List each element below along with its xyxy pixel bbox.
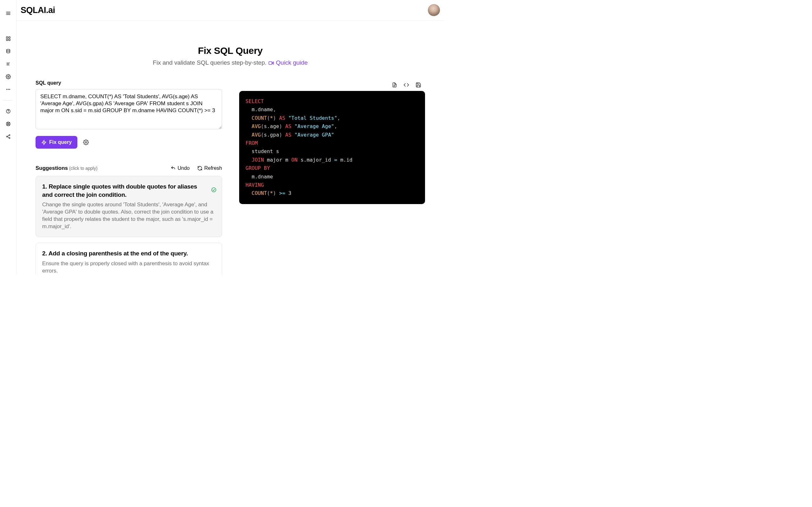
user-avatar[interactable] [428, 4, 440, 16]
svg-point-11 [8, 76, 9, 77]
database-icon[interactable] [3, 46, 14, 57]
svg-point-7 [6, 49, 10, 50]
suggestion-body: Ensure the query is properly closed with… [42, 260, 215, 274]
svg-marker-29 [272, 62, 273, 64]
menu-toggle-button[interactable] [3, 8, 14, 19]
suggestion-card[interactable]: 1. Replace single quotes with double quo… [36, 176, 222, 237]
svg-point-13 [8, 89, 9, 90]
check-circle-icon [211, 187, 217, 193]
svg-point-32 [212, 187, 216, 192]
svg-marker-30 [42, 140, 46, 145]
share-icon[interactable] [3, 131, 14, 142]
left-sidebar [0, 0, 16, 274]
svg-line-21 [7, 124, 8, 125]
fix-query-button[interactable]: Fix query [36, 136, 78, 149]
quick-guide-link[interactable]: Quick guide [276, 59, 308, 66]
refresh-button[interactable]: Refresh [197, 165, 222, 171]
page-hero: Fix SQL Query Fix and validate SQL queri… [19, 20, 442, 80]
query-settings-icon[interactable] [83, 139, 89, 145]
svg-line-19 [7, 122, 8, 123]
page-subtitle: Fix and validate SQL queries step-by-ste… [153, 59, 266, 66]
svg-line-27 [7, 137, 9, 138]
svg-rect-4 [9, 37, 10, 38]
suggestions-title: Suggestions [36, 165, 68, 171]
dashboard-icon[interactable] [3, 33, 14, 44]
help-icon[interactable] [3, 106, 14, 117]
sql-input-label: SQL query [36, 80, 222, 86]
support-icon[interactable] [3, 118, 14, 130]
suggestion-title: 2. Add a closing parenthesis at the end … [42, 249, 215, 258]
copy-sql-icon[interactable] [392, 82, 397, 88]
video-icon [268, 61, 274, 65]
suggestion-body: Change the single quotes around 'Total S… [42, 201, 215, 230]
svg-point-31 [85, 142, 87, 143]
list-icon[interactable] [3, 58, 14, 70]
svg-rect-3 [6, 37, 8, 38]
sql-input[interactable] [36, 89, 222, 129]
brand-logo[interactable]: SQLAI.ai [20, 5, 55, 15]
view-code-icon[interactable] [403, 82, 409, 88]
svg-line-22 [9, 124, 9, 125]
fix-query-label: Fix query [49, 139, 72, 145]
svg-line-26 [7, 135, 9, 136]
svg-point-12 [6, 89, 7, 90]
page-title: Fix SQL Query [19, 45, 442, 56]
output-toolbar [239, 80, 425, 91]
output-sql-panel: SELECT m.dname, COUNT(*) AS "Total Stude… [239, 91, 425, 204]
svg-point-14 [9, 89, 10, 90]
svg-line-20 [9, 122, 9, 123]
save-icon[interactable] [415, 82, 421, 88]
suggestion-card[interactable]: 2. Add a closing parenthesis at the end … [36, 243, 222, 274]
settings-icon[interactable] [3, 71, 14, 82]
topbar: SQLAI.ai [16, 0, 444, 20]
svg-rect-28 [269, 62, 272, 65]
svg-rect-5 [6, 39, 8, 41]
sidebar-divider [4, 100, 13, 101]
suggestion-title: 1. Replace single quotes with double quo… [42, 182, 215, 199]
undo-button[interactable]: Undo [171, 165, 190, 171]
svg-rect-6 [9, 39, 10, 41]
more-icon[interactable] [3, 83, 14, 95]
